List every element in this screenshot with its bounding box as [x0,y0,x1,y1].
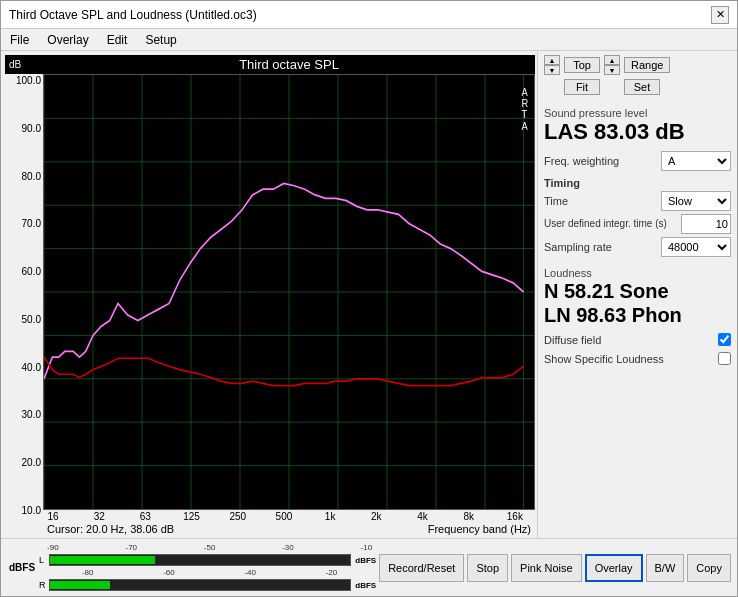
y-tick-100: 100.0 [16,76,41,86]
sampling-row: Sampling rate 44100 48000 96000 [544,237,731,257]
chart-wrapper: 100.0 90.0 80.0 70.0 60.0 50.0 40.0 30.0… [5,74,535,536]
n-value: N 58.21 Sone [544,279,731,303]
ln-value: LN 98.63 Phon [544,303,731,327]
spl-section-label: Sound pressure level [544,107,731,119]
window-title: Third Octave SPL and Loudness (Untitled.… [9,8,257,22]
x-tick-250: 250 [228,511,248,522]
integr-row: User defined integr. time (s) [544,214,731,234]
y-tick-60: 60.0 [22,267,41,277]
diffuse-label: Diffuse field [544,334,714,346]
main-window: Third Octave SPL and Loudness (Untitled.… [0,0,738,597]
spl-section: Sound pressure level LAS 83.03 dB [544,105,731,145]
chan-r-label: R [39,580,47,590]
range-down-btn[interactable]: ▼ [604,65,620,75]
x-tick-63: 63 [135,511,155,522]
x-tick-16k: 16k [505,511,525,522]
stop-button[interactable]: Stop [467,554,508,582]
tick--70: -70 [125,543,137,552]
svg-text:T: T [521,109,527,120]
specific-checkbox[interactable] [718,352,731,365]
diffuse-field-row: Diffuse field [544,333,731,346]
menu-file[interactable]: File [5,32,34,48]
bw-button[interactable]: B/W [646,554,685,582]
y-tick-90: 90.0 [22,124,41,134]
title-bar: Third Octave SPL and Loudness (Untitled.… [1,1,737,29]
sampling-select[interactable]: 44100 48000 96000 [661,237,731,257]
freq-weighting-row: Freq. weighting A B C Z [544,151,731,171]
db-axis-label: dB [9,59,47,70]
meter-fill-r [50,581,110,589]
y-tick-30: 30.0 [22,410,41,420]
range-button[interactable]: Range [624,57,670,73]
fit-button[interactable]: Fit [564,79,600,95]
time-select[interactable]: Slow Fast Impulse [661,191,731,211]
x-tick-32: 32 [89,511,109,522]
meter-fill-l [50,556,155,564]
menu-overlay[interactable]: Overlay [42,32,93,48]
tick--60: -60 [163,568,175,577]
y-tick-80: 80.0 [22,172,41,182]
close-button[interactable]: ✕ [711,6,729,24]
spl-value: LAS 83.03 dB [544,119,731,145]
tick--90: -90 [47,543,59,552]
tick--30: -30 [282,543,294,552]
chart-title: Third octave SPL [47,57,531,72]
x-axis: 16 32 63 125 250 500 1k 2k 4k 8k 16k [43,510,525,522]
menu-bar: File Overlay Edit Setup [1,29,737,51]
tick--20: -20 [326,568,338,577]
meter-tick-mid: -80 -60 -40 -20 [39,568,376,577]
range-spin-group: ▲ ▼ [604,55,620,75]
pink-noise-button[interactable]: Pink Noise [511,554,582,582]
timing-section: Timing Time Slow Fast Impulse User defin… [544,177,731,257]
x-tick-500: 500 [274,511,294,522]
svg-text:A: A [521,120,528,131]
top-down-btn[interactable]: ▼ [544,65,560,75]
y-tick-50: 50.0 [22,315,41,325]
meter-tick-top: -90 -70 -50 -30 -10 [39,543,376,552]
x-tick-2k: 2k [366,511,386,522]
y-tick-20: 20.0 [22,458,41,468]
main-content: dB Third octave SPL 100.0 90.0 80.0 70.0… [1,51,737,538]
x-tick-1k: 1k [320,511,340,522]
menu-edit[interactable]: Edit [102,32,133,48]
integr-input[interactable] [681,214,731,234]
top-controls: ▲ ▼ Top ▲ ▼ Range [544,55,731,75]
chan-l-label: L [39,555,47,565]
diffuse-checkbox[interactable] [718,333,731,346]
tick--10: -10 [361,543,373,552]
copy-button[interactable]: Copy [687,554,731,582]
chart-area: dB Third octave SPL 100.0 90.0 80.0 70.0… [1,51,537,538]
meter-row-r: R dBFS [39,578,376,592]
tick--50: -50 [204,543,216,552]
sampling-label: Sampling rate [544,241,661,253]
meter-bar-l [49,554,351,566]
svg-text:R: R [521,98,528,109]
right-panel: ▲ ▼ Top ▲ ▼ Range Fit Set Sound pressure… [537,51,737,538]
time-row: Time Slow Fast Impulse [544,191,731,211]
freq-weighting-label: Freq. weighting [544,155,661,167]
meter-row-l: L dBFS [39,553,376,567]
x-tick-16: 16 [43,511,63,522]
x-tick-8k: 8k [459,511,479,522]
set-button[interactable]: Set [624,79,660,95]
x-tick-125: 125 [182,511,202,522]
record-reset-button[interactable]: Record/Reset [379,554,464,582]
db-label-top: dBFS [355,556,376,565]
fit-set-controls: Fit Set [544,79,731,95]
top-button[interactable]: Top [564,57,600,73]
overlay-button[interactable]: Overlay [585,554,643,582]
meter-bar-r [49,579,351,591]
loudness-section-label: Loudness [544,267,731,279]
menu-setup[interactable]: Setup [140,32,181,48]
chart-plot: A R T A [43,74,535,510]
time-label: Time [544,195,661,207]
range-up-btn[interactable]: ▲ [604,55,620,65]
specific-loudness-row: Show Specific Loudness [544,352,731,365]
y-tick-40: 40.0 [22,363,41,373]
freq-weighting-select[interactable]: A B C Z [661,151,731,171]
meter-section: -90 -70 -50 -30 -10 L dBFS -80 [39,543,376,592]
chart-svg: A R T A [44,75,534,509]
top-up-btn[interactable]: ▲ [544,55,560,65]
top-spin-group: ▲ ▼ [544,55,560,75]
loudness-section: Loudness N 58.21 Sone LN 98.63 Phon [544,265,731,327]
